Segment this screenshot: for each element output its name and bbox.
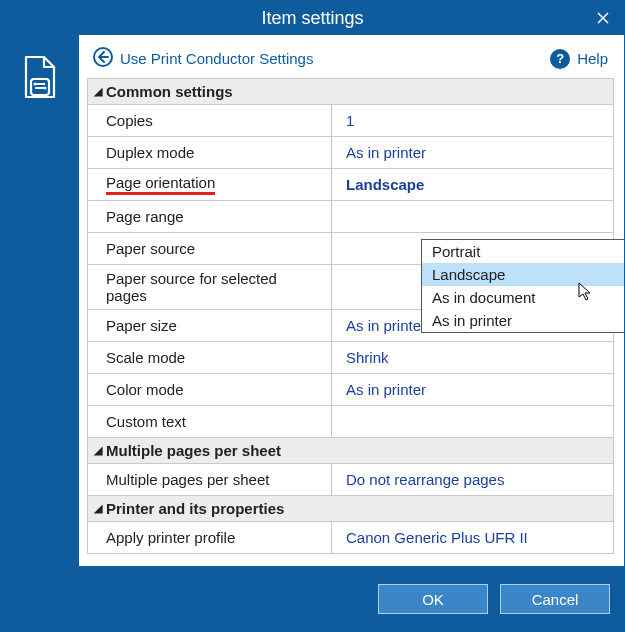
row-profile[interactable]: Apply printer profile Canon Generic Plus… [88, 522, 613, 554]
value-profile: Canon Generic Plus UFR II [332, 522, 613, 553]
row-scale[interactable]: Scale mode Shrink [88, 342, 613, 374]
value-duplex: As in printer [332, 137, 613, 168]
document-settings-icon [22, 55, 58, 99]
label-source-selected: Paper source for selected pages [88, 265, 332, 309]
label-scale: Scale mode [88, 342, 332, 373]
help-label: Help [577, 50, 608, 67]
ok-button[interactable]: OK [378, 584, 488, 614]
dropdown-option-as-in-printer[interactable]: As in printer [422, 309, 625, 332]
section-printer-label: Printer and its properties [106, 500, 284, 517]
section-common-label: Common settings [106, 83, 233, 100]
section-multi-label: Multiple pages per sheet [106, 442, 281, 459]
row-copies[interactable]: Copies 1 [88, 105, 613, 137]
svg-point-3 [34, 83, 37, 86]
use-conductor-link[interactable]: Use Print Conductor Settings [93, 47, 313, 70]
orientation-dropdown[interactable]: Portrait Landscape As in document As in … [421, 239, 625, 333]
value-copies: 1 [332, 105, 613, 136]
close-icon [597, 12, 609, 24]
section-printer-header[interactable]: ◢ Printer and its properties [88, 496, 613, 522]
titlebar: Item settings [1, 1, 624, 35]
help-icon: ? [550, 49, 570, 69]
row-color[interactable]: Color mode As in printer [88, 374, 613, 406]
main-panel: Use Print Conductor Settings ? Help ◢ Co… [79, 35, 624, 566]
value-custom [332, 406, 613, 437]
collapse-icon: ◢ [94, 502, 102, 515]
section-multi-header[interactable]: ◢ Multiple pages per sheet [88, 438, 613, 464]
value-mps: Do not rearrange pages [332, 464, 613, 495]
collapse-icon: ◢ [94, 85, 102, 98]
use-conductor-label: Use Print Conductor Settings [120, 50, 313, 67]
footer: OK Cancel [1, 566, 624, 632]
row-range[interactable]: Page range [88, 201, 613, 233]
row-duplex[interactable]: Duplex mode As in printer [88, 137, 613, 169]
label-orientation: Page orientation [88, 169, 332, 200]
sidebar [1, 35, 79, 566]
label-range: Page range [88, 201, 332, 232]
dropdown-option-as-in-document[interactable]: As in document [422, 286, 625, 309]
collapse-icon: ◢ [94, 444, 102, 457]
row-custom[interactable]: Custom text [88, 406, 613, 438]
label-source: Paper source [88, 233, 332, 264]
window-title: Item settings [1, 8, 624, 29]
top-toolbar: Use Print Conductor Settings ? Help [87, 43, 614, 78]
value-orientation: Landscape [332, 169, 613, 200]
label-copies: Copies [88, 105, 332, 136]
dropdown-option-landscape[interactable]: Landscape [422, 263, 625, 286]
close-button[interactable] [592, 7, 614, 29]
cancel-button[interactable]: Cancel [500, 584, 610, 614]
help-link[interactable]: ? Help [550, 49, 608, 69]
label-mps: Multiple pages per sheet [88, 464, 332, 495]
label-custom: Custom text [88, 406, 332, 437]
label-duplex: Duplex mode [88, 137, 332, 168]
row-orientation[interactable]: Page orientation Landscape [88, 169, 613, 201]
label-size: Paper size [88, 310, 332, 341]
value-range [332, 201, 613, 232]
row-mps[interactable]: Multiple pages per sheet Do not rearrang… [88, 464, 613, 496]
dropdown-option-portrait[interactable]: Portrait [422, 240, 625, 263]
back-arrow-icon [93, 47, 113, 70]
label-profile: Apply printer profile [88, 522, 332, 553]
value-color: As in printer [332, 374, 613, 405]
label-color: Color mode [88, 374, 332, 405]
value-scale: Shrink [332, 342, 613, 373]
section-common-header[interactable]: ◢ Common settings [88, 79, 613, 105]
svg-point-4 [44, 87, 47, 90]
